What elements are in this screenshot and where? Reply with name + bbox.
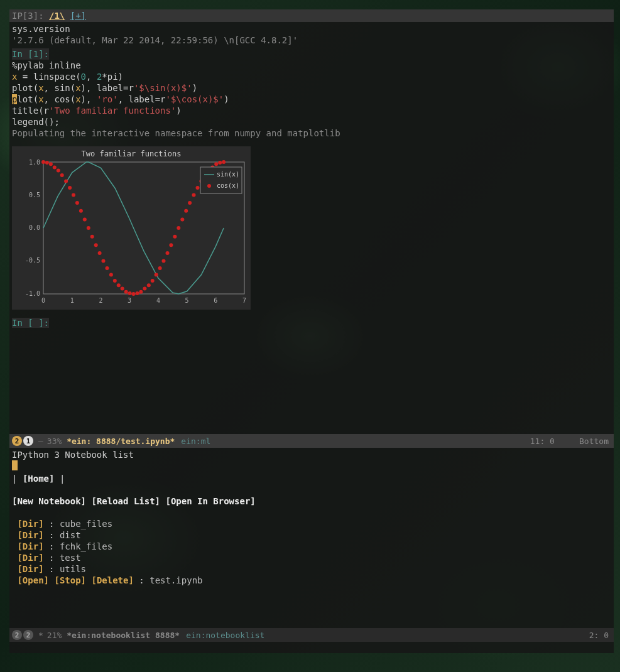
svg-text:6: 6 <box>214 297 217 304</box>
svg-point-30 <box>102 259 106 263</box>
svg-point-44 <box>155 273 158 277</box>
reload-list-button[interactable]: [Reload List] <box>91 496 160 506</box>
svg-point-35 <box>121 287 124 291</box>
svg-text:7: 7 <box>242 297 246 304</box>
svg-point-62 <box>222 160 226 164</box>
code-cell-1[interactable]: In [1]: %pylab inline x = linspace(0, 2*… <box>9 47 614 140</box>
svg-point-14 <box>41 160 45 164</box>
svg-text:2: 2 <box>99 297 102 304</box>
svg-point-18 <box>57 169 60 173</box>
svg-point-25 <box>83 217 87 221</box>
input-prompt: In [1]: <box>12 48 49 60</box>
svg-point-27 <box>90 235 94 239</box>
notebook-file[interactable]: test.ipynb <box>150 575 202 585</box>
svg-point-29 <box>98 251 102 255</box>
svg-point-53 <box>188 201 192 205</box>
svg-point-36 <box>124 290 128 294</box>
dir-name[interactable]: cube_files <box>60 519 112 529</box>
svg-point-31 <box>106 266 109 270</box>
tab-prefix: IP[3]: <box>12 11 44 21</box>
svg-point-28 <box>94 243 98 247</box>
svg-text:-1.0: -1.0 <box>25 290 40 297</box>
matplotlib-figure: Two familiar functions 1.0 0.5 0.0 -0.5 … <box>12 146 251 310</box>
dir-name[interactable]: test <box>60 553 81 563</box>
cursor-icon <box>12 460 18 470</box>
svg-text:sin(x): sin(x) <box>217 171 239 178</box>
dir-name[interactable]: utils <box>60 564 86 574</box>
svg-point-23 <box>75 201 79 205</box>
active-tab[interactable]: /1\ <box>49 11 65 21</box>
svg-point-45 <box>158 266 162 270</box>
ml-badge-2: 2 <box>23 630 33 640</box>
svg-point-26 <box>87 226 90 230</box>
home-link[interactable]: [Home] <box>23 474 55 484</box>
new-notebook-button[interactable]: [New Notebook] <box>12 496 86 506</box>
svg-text:4: 4 <box>156 297 160 304</box>
svg-point-40 <box>139 290 143 294</box>
nb-title: IPython 3 Notebook list <box>12 450 134 460</box>
svg-point-39 <box>136 291 139 295</box>
open-in-browser-button[interactable]: [Open In Browser] <box>165 496 255 506</box>
svg-point-51 <box>180 217 184 221</box>
svg-point-50 <box>177 226 180 230</box>
svg-text:3: 3 <box>128 297 131 304</box>
dir-tag[interactable]: [Dir] <box>17 519 43 529</box>
buffer-name: *ein: 8888/test.ipynb* <box>67 436 175 446</box>
chart-title: Two familiar functions <box>82 149 182 158</box>
minibuffer[interactable] <box>9 642 614 653</box>
svg-point-46 <box>162 259 166 263</box>
tab-bar: IP[3]: /1\ [+] <box>9 9 614 22</box>
dir-name[interactable]: fchk_files <box>60 541 112 551</box>
cell-output: Populating the interactive namespace fro… <box>12 128 340 138</box>
svg-point-22 <box>72 193 75 197</box>
svg-point-43 <box>151 279 155 283</box>
dir-tag[interactable]: [Dir] <box>17 541 43 551</box>
svg-point-37 <box>128 291 132 295</box>
major-mode: ein:notebooklist <box>186 631 264 640</box>
notebooklist-pane: IPython 3 Notebook list | [Home] | [New … <box>9 448 614 628</box>
svg-point-15 <box>45 161 49 165</box>
dir-tag[interactable]: [Dir] <box>17 553 43 563</box>
modeline-top: 2 1 – 33% *ein: 8888/test.ipynb* ein:ml … <box>9 434 614 448</box>
dir-name[interactable]: dist <box>60 530 81 540</box>
emacs-frame: IP[3]: /1\ [+] sys.version '2.7.6 (defau… <box>9 9 614 653</box>
svg-point-55 <box>196 186 200 190</box>
add-tab-button[interactable]: [+] <box>70 11 86 21</box>
svg-point-32 <box>109 273 113 277</box>
svg-point-47 <box>166 251 170 255</box>
nb-delete-button[interactable]: [Delete] <box>91 575 133 585</box>
dir-tag[interactable]: [Dir] <box>17 530 43 540</box>
svg-text:0.5: 0.5 <box>29 192 40 198</box>
svg-point-24 <box>79 209 83 213</box>
svg-point-54 <box>192 193 196 197</box>
svg-point-21 <box>68 186 72 190</box>
svg-point-61 <box>218 161 222 165</box>
code-cell-2[interactable]: In [ ]: <box>9 316 614 330</box>
svg-point-66 <box>207 184 211 188</box>
buffer-name: *ein:notebooklist 8888* <box>67 631 180 640</box>
code-line: sys.version <box>12 24 70 34</box>
notebooklist-buffer[interactable]: IPython 3 Notebook list | [Home] | [New … <box>9 448 614 587</box>
ml-badge-1: 2 <box>12 436 22 446</box>
svg-text:0: 0 <box>41 297 45 304</box>
ml-badge-1: 2 <box>12 630 22 640</box>
svg-point-16 <box>49 162 53 166</box>
svg-text:0.0: 0.0 <box>29 224 40 231</box>
input-prompt-empty: In [ ]: <box>12 318 49 328</box>
dir-tag[interactable]: [Dir] <box>17 564 43 574</box>
svg-point-17 <box>53 165 57 169</box>
svg-point-52 <box>184 209 188 213</box>
svg-point-49 <box>173 235 177 239</box>
code-cell-0[interactable]: sys.version '2.7.6 (default, Mar 22 2014… <box>9 22 614 47</box>
nb-stop-button[interactable]: [Stop] <box>54 575 86 585</box>
svg-point-19 <box>60 173 64 177</box>
nb-open-button[interactable]: [Open] <box>17 575 49 585</box>
svg-point-48 <box>169 243 173 247</box>
svg-point-42 <box>147 283 151 287</box>
svg-text:cos(x): cos(x) <box>217 182 239 189</box>
svg-point-38 <box>132 292 136 296</box>
svg-text:1: 1 <box>70 297 74 304</box>
ml-badge-2: 1 <box>23 436 33 446</box>
svg-text:-0.5: -0.5 <box>25 257 40 264</box>
svg-point-34 <box>117 283 121 287</box>
